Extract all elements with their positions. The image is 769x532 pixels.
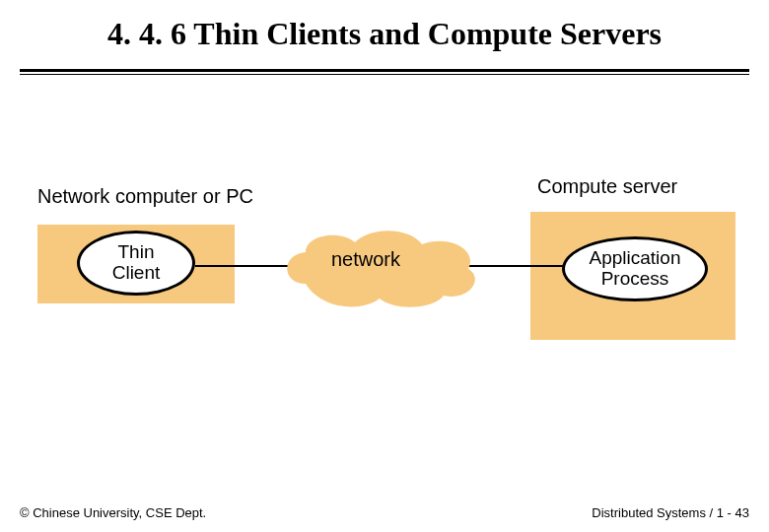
thin-client-node: ThinClient <box>77 231 195 296</box>
title-underline <box>20 69 749 75</box>
application-process-text: ApplicationProcess <box>590 248 681 290</box>
footer-page-number: Distributed Systems / 1 - 43 <box>592 505 749 520</box>
slide-title: 4. 4. 6 Thin Clients and Compute Servers <box>0 16 769 52</box>
thin-client-text: ThinClient <box>112 242 161 284</box>
label-compute-server: Compute server <box>537 175 677 198</box>
label-network: network <box>331 248 400 271</box>
application-process-node: ApplicationProcess <box>562 236 708 301</box>
label-network-computer: Network computer or PC <box>37 185 253 208</box>
footer-copyright: © Chinese University, CSE Dept. <box>20 505 206 520</box>
